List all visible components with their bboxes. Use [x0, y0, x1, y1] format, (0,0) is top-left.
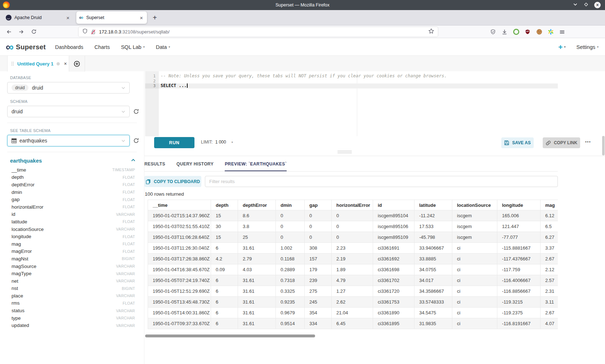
window-maximize-icon[interactable]	[583, 2, 589, 9]
extension-green-icon[interactable]	[513, 29, 519, 35]
column-type: BIGINT	[122, 256, 135, 261]
copy-link-button[interactable]: COPY LINK	[543, 137, 580, 148]
save-icon	[504, 140, 509, 145]
cookie-icon[interactable]	[536, 29, 542, 35]
back-icon[interactable]	[6, 29, 12, 36]
nav-item-charts[interactable]: Charts	[94, 44, 110, 50]
table-row: 1950-01-05T14:00:31.860Z631.610.96793542…	[148, 308, 558, 318]
superset-logo-icon[interactable]: ∞	[6, 41, 14, 53]
browser-tab-superset[interactable]: ∞ Superset ×	[76, 12, 147, 24]
results-tab-preview[interactable]: PREVIEW: `EARTHQUAKES`	[225, 158, 287, 171]
column-header-gap[interactable]: gap	[305, 200, 332, 210]
plus-icon: +	[558, 43, 563, 51]
table-cell: ci	[452, 308, 497, 318]
column-header-locationsource[interactable]: locationSource	[452, 200, 497, 210]
table-cell: iscgem	[452, 221, 497, 232]
copy-to-clipboard-button[interactable]: COPY TO CLIPBOARD	[144, 176, 201, 187]
window-minimize-icon[interactable]	[573, 2, 578, 9]
limit-dropdown[interactable]: LIMIT: 1 000 ▾	[201, 140, 233, 145]
pane-resize-handle[interactable]	[337, 151, 352, 154]
collapse-chevron-up-icon[interactable]	[131, 157, 135, 164]
editor-code-area[interactable]: -- Note: Unless you save your query, the…	[159, 71, 558, 136]
column-name: horizontalError	[12, 204, 122, 210]
table-cell: ci	[452, 254, 497, 264]
column-type: VARCHAR	[116, 212, 135, 217]
refresh-schemas-icon[interactable]	[133, 108, 139, 115]
bookmark-star-icon[interactable]	[428, 28, 434, 36]
new-tab-button[interactable]: +	[153, 14, 157, 21]
new-item-button[interactable]: +▾	[558, 43, 565, 51]
sql-code-editor[interactable]: 123 -- Note: Unless you save your query,…	[145, 71, 558, 136]
results-tab-query-history[interactable]: QUERY HISTORY	[176, 158, 214, 171]
column-header-time[interactable]: __time	[148, 200, 211, 210]
filter-results-input[interactable]	[205, 176, 558, 187]
results-tab-results[interactable]: RESULTS	[144, 158, 165, 171]
table-cell: 1950-01-07T09:37:33.670Z	[148, 318, 211, 329]
schema-column-row: magSourceVARCHAR	[0, 263, 144, 270]
table-select[interactable]: earthquakes	[7, 135, 130, 146]
protections-shield-icon[interactable]	[490, 29, 496, 35]
table-cell: 1950-01-05T14:00:31.860Z	[148, 308, 211, 318]
window-close-icon[interactable]: ×	[594, 2, 601, 8]
ublock-origin-icon[interactable]: uO	[524, 29, 531, 35]
schema-label: SCHEMA	[10, 99, 144, 104]
table-cell: iscgem	[452, 210, 497, 221]
insecure-lock-icon[interactable]	[90, 29, 96, 35]
table-value: earthquakes	[19, 138, 121, 144]
nav-item-sql-lab[interactable]: SQL Lab▾	[121, 44, 145, 50]
query-tab-close-icon[interactable]: ×	[64, 61, 67, 66]
nav-item-label: Data	[156, 44, 167, 50]
column-header-mag[interactable]: mag	[541, 200, 558, 210]
column-header-deptherror[interactable]: depthError	[238, 200, 276, 210]
tracking-shield-icon[interactable]	[82, 28, 88, 36]
preview-table-container[interactable]: __timedepthdepthErrordmingaphorizontalEr…	[148, 200, 558, 329]
schema-column-row: locationSourceVARCHAR	[0, 226, 144, 233]
run-query-button[interactable]: RUN	[154, 137, 194, 148]
table-cell: 0	[332, 210, 373, 221]
browser-tab-apache-druid[interactable]: Apache Druid ×	[3, 12, 73, 24]
column-header-latitude[interactable]: latitude	[414, 200, 452, 210]
download-icon[interactable]	[501, 29, 508, 35]
vertical-scrollbar[interactable]	[602, 136, 605, 155]
brand-name[interactable]: Superset	[16, 43, 46, 51]
tab-close-icon[interactable]: ×	[65, 15, 71, 21]
schema-column-row: magFLOAT	[0, 240, 144, 248]
database-select[interactable]: druid druid	[7, 82, 130, 94]
query-tab-title[interactable]: Untitled Query 1	[17, 61, 53, 67]
text-cursor	[187, 83, 188, 88]
tab-close-icon[interactable]: ×	[139, 15, 144, 21]
table-schema-title[interactable]: earthquakes	[10, 158, 131, 164]
refresh-tables-icon[interactable]	[133, 137, 139, 144]
more-actions-button[interactable]: •••	[585, 140, 591, 144]
schema-column-row: horizontalErrorFLOAT	[0, 203, 144, 211]
reload-icon[interactable]	[31, 29, 37, 36]
column-header-depth[interactable]: depth	[211, 200, 238, 210]
forward-icon[interactable]	[18, 29, 24, 36]
column-header-dmin[interactable]: dmin	[276, 200, 305, 210]
nav-item-data[interactable]: Data▾	[156, 44, 170, 50]
menu-icon[interactable]	[559, 29, 565, 35]
table-cell: ci3361702	[373, 275, 414, 286]
query-tab[interactable]: Untitled Query 1 ×	[7, 56, 69, 72]
limit-value: 1 000	[215, 140, 226, 145]
table-cell: 2.79	[238, 254, 276, 264]
nav-menu: DashboardsChartsSQL Lab▾Data▾	[55, 44, 170, 50]
column-header-id[interactable]: id	[373, 200, 414, 210]
extension-star-icon[interactable]	[547, 29, 554, 35]
url-text[interactable]: 172.18.0.3:32108/superset/sqllab/	[99, 29, 428, 35]
column-type: TIMESTAMP	[112, 168, 135, 172]
table-cell: 2.67	[541, 254, 558, 264]
nav-item-dashboards[interactable]: Dashboards	[55, 44, 83, 50]
settings-menu[interactable]: Settings▾	[577, 44, 599, 50]
url-bar[interactable]: 172.18.0.3:32108/superset/sqllab/	[79, 27, 438, 37]
drag-handle-icon[interactable]	[11, 62, 14, 66]
add-query-tab-button[interactable]	[69, 56, 85, 72]
column-name: rms	[12, 300, 122, 306]
horizontal-scrollbar[interactable]	[145, 335, 315, 337]
save-as-button[interactable]: SAVE AS	[501, 137, 534, 148]
column-name: longitude	[12, 234, 122, 239]
schema-select[interactable]: druid	[7, 106, 130, 117]
column-header-longitude[interactable]: longitude	[497, 200, 541, 210]
column-header-horizontalerror[interactable]: horizontalError	[332, 200, 373, 210]
results-tabs: RESULTSQUERY HISTORYPREVIEW: `EARTHQUAKE…	[144, 158, 558, 172]
